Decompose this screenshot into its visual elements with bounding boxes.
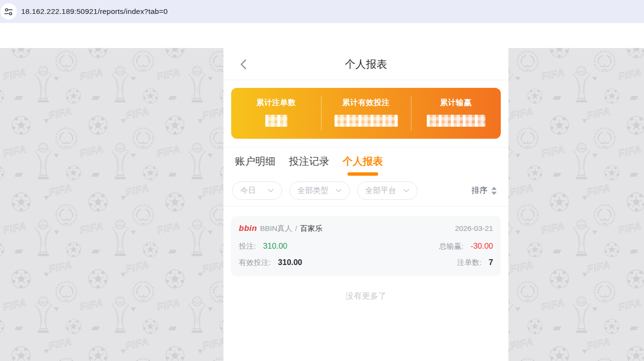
chevron-down-icon <box>268 189 274 193</box>
page-title: 个人报表 <box>223 48 508 80</box>
stat-valid-bets: 累计有效投注 <box>321 88 411 139</box>
filter-platform-dropdown[interactable]: 全部平台 <box>357 181 418 200</box>
stat-value-masked <box>334 115 398 127</box>
sort-arrows-icon <box>491 187 497 195</box>
provider-logo: bbin <box>239 224 257 233</box>
count-value: 7 <box>489 258 493 267</box>
valid-bet-value: 310.00 <box>278 258 302 267</box>
sort-label: 排序 <box>471 185 487 196</box>
filter-type-dropdown[interactable]: 全部类型 <box>289 181 350 200</box>
browser-address-bar[interactable]: 18.162.222.189:50921/reports/index?tab=0 <box>0 0 644 23</box>
divider <box>321 96 322 131</box>
record-date: 2026-03-21 <box>455 224 493 233</box>
bet-value: 310.00 <box>263 241 287 251</box>
records-list: bbin BBIN真人 / 百家乐 2026-03-21 投注: 310.00 … <box>223 206 508 301</box>
game-name: 百家乐 <box>300 224 322 234</box>
summary-card: 累计注单数 累计有效投注 累计输赢 <box>231 88 501 139</box>
stat-label: 累计注单数 <box>231 98 321 108</box>
tab-label: 投注记录 <box>289 155 329 168</box>
winloss-value: -30.00 <box>471 241 493 251</box>
app-header: 个人报表 <box>223 48 508 80</box>
tab-personal-report[interactable]: 个人报表 <box>343 155 383 176</box>
tab-bar: 账户明细 投注记录 个人报表 <box>223 147 508 176</box>
provider-name: BBIN真人 <box>260 224 292 234</box>
filter-label: 今日 <box>240 186 256 196</box>
site-settings-button[interactable] <box>0 3 17 20</box>
sort-button[interactable]: 排序 <box>471 185 500 196</box>
tune-icon <box>4 8 13 16</box>
valid-bet-label: 有效投注: <box>239 258 271 268</box>
url-field[interactable]: 18.162.222.189:50921/reports/index?tab=0 <box>21 0 168 23</box>
count-label: 注单数: <box>457 258 482 268</box>
stat-label: 累计有效投注 <box>321 98 411 108</box>
stat-label: 累计输赢 <box>411 98 501 108</box>
no-more-text: 没有更多了 <box>231 290 501 301</box>
screen: 18.162.222.189:50921/reports/index?tab=0 <box>0 0 644 361</box>
stat-value-masked <box>427 115 485 127</box>
tab-bet-records[interactable]: 投注记录 <box>289 155 329 176</box>
chevron-down-icon <box>403 189 409 193</box>
separator: / <box>295 224 297 233</box>
record-card[interactable]: bbin BBIN真人 / 百家乐 2026-03-21 投注: 310.00 … <box>231 216 501 276</box>
tab-label: 账户明细 <box>235 155 275 168</box>
filter-bar: 今日 全部类型 全部平台 排序 <box>223 181 508 206</box>
winloss-label: 总输赢: <box>439 241 463 252</box>
filter-label: 全部类型 <box>297 186 328 196</box>
chevron-left-icon <box>240 59 247 70</box>
tab-underline <box>294 172 324 176</box>
stat-value-masked <box>265 115 287 127</box>
chevron-down-icon <box>335 189 342 193</box>
tab-label: 个人报表 <box>343 155 383 168</box>
app-panel: 个人报表 累计注单数 累计有效投注 累计输赢 账户明细 <box>223 48 508 361</box>
tab-underline <box>240 172 271 176</box>
tab-account-details[interactable]: 账户明细 <box>235 155 275 176</box>
divider <box>411 96 411 131</box>
tab-underline <box>347 172 378 176</box>
stat-total-bets: 累计注单数 <box>231 88 321 139</box>
back-button[interactable] <box>238 59 248 70</box>
stat-winloss: 累计输赢 <box>411 88 501 139</box>
filter-label: 全部平台 <box>365 186 396 196</box>
bet-label: 投注: <box>239 241 256 252</box>
filter-date-dropdown[interactable]: 今日 <box>232 181 282 200</box>
